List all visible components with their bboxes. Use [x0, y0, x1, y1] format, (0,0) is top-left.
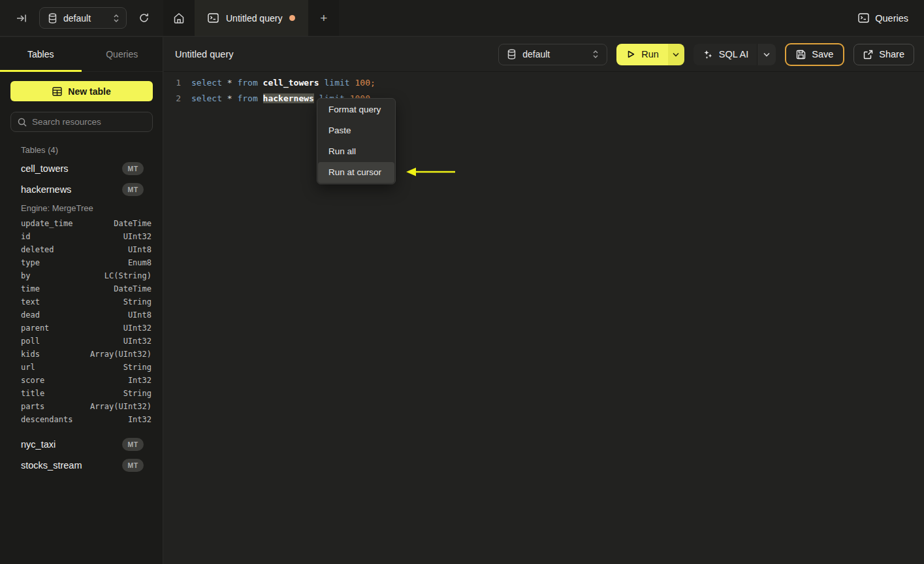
database-icon	[48, 13, 57, 24]
sql-ai-options-button[interactable]	[757, 44, 776, 65]
topbar-database-value: default	[63, 13, 107, 24]
collapse-sidebar-button[interactable]	[13, 10, 30, 27]
menu-item-run-all[interactable]: Run all	[318, 141, 394, 162]
home-tab-button[interactable]	[163, 0, 195, 36]
sql-ai-button[interactable]: SQL AI	[693, 44, 757, 65]
context-menu: Format queryPasteRun allRun at cursor	[317, 98, 396, 184]
code-token: *	[227, 78, 232, 88]
new-table-label: New table	[68, 86, 110, 97]
sql-editor[interactable]: 1select * from cell_towers limit 100;2se…	[164, 72, 924, 107]
menu-item-paste[interactable]: Paste	[318, 120, 394, 141]
column-type: UInt32	[123, 232, 151, 241]
refresh-button[interactable]	[136, 10, 152, 26]
new-tab-button[interactable]: +	[308, 0, 339, 36]
column-row-type: typeEnum8	[0, 256, 163, 269]
column-type: DateTime	[114, 284, 151, 293]
code-token: select	[191, 78, 222, 88]
save-button[interactable]: Save	[785, 43, 844, 66]
column-type: String	[123, 363, 151, 372]
column-name: url	[21, 363, 35, 372]
chevron-updown-icon	[592, 50, 599, 59]
column-type: String	[123, 389, 151, 398]
column-type: UInt32	[123, 323, 151, 333]
run-button[interactable]: Run	[616, 44, 668, 65]
column-type: Enum8	[128, 258, 151, 267]
code-token: select	[191, 93, 222, 103]
toolbar-database-selector[interactable]: default	[498, 44, 607, 65]
main-area: Untitled query default	[164, 37, 924, 564]
column-row-dead: deadUInt8	[0, 308, 163, 322]
code-token: from	[237, 78, 257, 88]
column-name: title	[21, 389, 44, 398]
code-token: cell_towers	[263, 78, 319, 88]
share-button[interactable]: Share	[853, 44, 914, 65]
table-row-cell_towers[interactable]: cell_towersMT	[0, 158, 163, 179]
spacer	[0, 426, 163, 434]
column-type: Array(UInt32)	[90, 350, 151, 359]
toolbar-controls: default Run	[498, 43, 914, 66]
column-type: Array(UInt32)	[90, 402, 151, 411]
menu-item-run-at-cursor[interactable]: Run at cursor	[318, 162, 394, 183]
code-token: 100;	[355, 78, 375, 88]
column-row-url: urlString	[0, 361, 163, 374]
column-name: type	[21, 258, 40, 267]
column-name: parent	[21, 323, 49, 333]
tab-strip: Untitled query +	[163, 0, 339, 36]
column-name: score	[21, 376, 44, 385]
queries-button[interactable]: Queries	[858, 7, 908, 29]
code-token: limit	[325, 78, 350, 88]
run-options-button[interactable]	[668, 44, 684, 65]
search-input[interactable]	[32, 117, 148, 127]
column-type: DateTime	[114, 219, 151, 228]
table-name: hackernews	[21, 184, 71, 195]
code-line: 2select * from hackernews limit 1000	[164, 91, 924, 107]
table-row-stocks_stream[interactable]: stocks_streamMT	[0, 455, 163, 476]
column-name: update_time	[21, 219, 72, 228]
column-row-parent: parentUInt32	[0, 322, 163, 335]
column-name: descendants	[21, 415, 72, 424]
sparkles-icon	[703, 49, 713, 59]
column-name: text	[21, 297, 40, 307]
tab-title: Untitled query	[226, 13, 282, 24]
table-grid-icon	[52, 87, 62, 96]
column-row-text: textString	[0, 295, 163, 308]
sidebar-tabs: Tables Queries	[0, 37, 163, 72]
external-link-icon	[863, 50, 873, 59]
sidebar-tab-queries[interactable]: Queries	[82, 37, 163, 71]
sidebar-tab-tables[interactable]: Tables	[0, 37, 82, 71]
column-row-deleted: deletedUInt8	[0, 243, 163, 256]
column-type: Int32	[128, 415, 151, 424]
save-floppy-icon	[796, 50, 806, 59]
column-type: UInt8	[128, 310, 151, 320]
run-split-button: Run	[616, 44, 684, 65]
engine-badge: MT	[122, 459, 144, 472]
engine-badge: MT	[122, 183, 144, 196]
table-row-hackernews[interactable]: hackernewsMT	[0, 179, 163, 200]
column-name: time	[21, 284, 40, 293]
code-token: hackernews	[263, 93, 314, 103]
column-row-poll: pollUInt32	[0, 335, 163, 348]
menu-item-format-query[interactable]: Format query	[318, 99, 394, 120]
new-table-button[interactable]: New table	[10, 81, 153, 101]
queries-button-label: Queries	[875, 13, 908, 24]
queries-terminal-icon	[858, 13, 869, 23]
search-box	[10, 112, 153, 132]
query-toolbar: Untitled query default	[164, 37, 924, 72]
sidebar: Tables Queries New table Tables (4) cell…	[0, 37, 163, 564]
code-lines: 1select * from cell_towers limit 100;2se…	[164, 75, 924, 107]
table-row-nyc_taxi[interactable]: nyc_taxiMT	[0, 434, 163, 455]
tables-section-label: Tables (4)	[0, 144, 163, 157]
chevron-down-icon	[763, 52, 770, 57]
code-token: from	[237, 93, 257, 103]
chevron-updown-icon	[113, 14, 119, 23]
column-type: UInt8	[128, 245, 151, 254]
column-type: Int32	[128, 376, 151, 385]
database-icon	[507, 49, 517, 59]
save-button-label: Save	[812, 49, 833, 59]
tab-untitled-query[interactable]: Untitled query	[195, 0, 308, 36]
topbar-database-selector[interactable]: default	[39, 7, 127, 29]
annotation-arrow	[405, 166, 457, 178]
code-line: 1select * from cell_towers limit 100;	[164, 75, 924, 91]
query-title: Untitled query	[175, 49, 233, 59]
code-text: select * from cell_towers limit 100;	[191, 75, 375, 91]
